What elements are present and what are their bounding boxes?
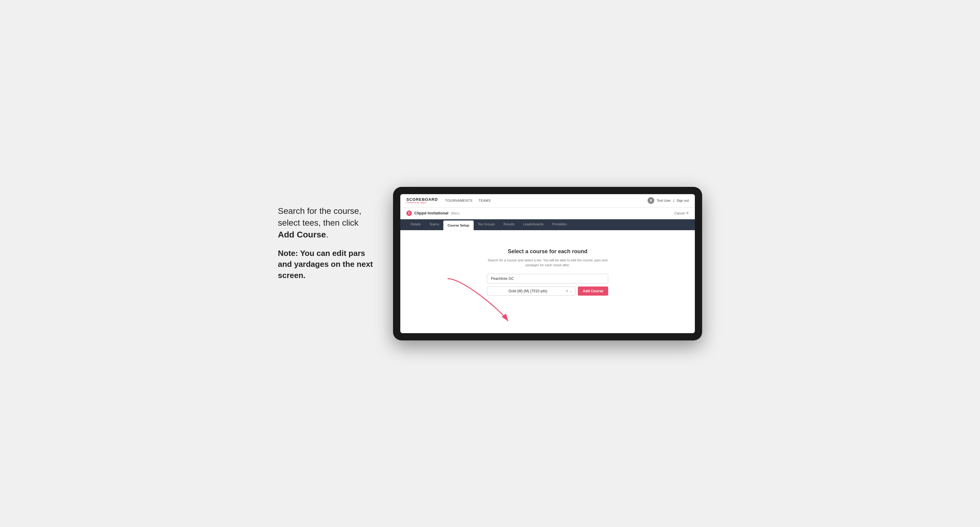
cancel-button[interactable]: Cancel ✕ — [675, 211, 689, 215]
tee-select-value: Gold (M) (M) (7010 yds) — [490, 289, 565, 293]
separator: | — [673, 199, 674, 202]
nav-tournaments[interactable]: TOURNAMENTS — [445, 199, 473, 202]
card-description: Search for a course and select a tee. Yo… — [487, 258, 608, 268]
tournament-gender: (Men) — [451, 211, 460, 215]
tab-teams[interactable]: Teams — [425, 219, 443, 230]
main-content: Select a course for each round Search fo… — [400, 230, 695, 333]
content-card: Select a course for each round Search fo… — [487, 248, 608, 295]
instructions-panel: Search for the course, select tees, then… — [278, 187, 375, 288]
navbar: SCOREBOARD Powered by clippd TOURNAMENTS… — [400, 194, 695, 208]
note-text: Note: You can edit pars and yardages on … — [278, 248, 375, 281]
course-search-input[interactable] — [487, 274, 608, 284]
user-name: Test User — [657, 199, 671, 202]
tournament-name: Clippd Invitational — [414, 211, 449, 215]
tee-dropdown-arrow: ⌄ — [570, 289, 572, 292]
search-input-wrapper — [487, 274, 608, 284]
nav-links: TOURNAMENTS TEAMS — [445, 199, 491, 202]
logo-sub: Powered by clippd — [406, 202, 438, 204]
add-course-button[interactable]: Add Course — [578, 287, 608, 295]
tab-results[interactable]: Results — [499, 219, 519, 230]
tab-bar: Details Teams Course Setup Tee Groups Re… — [400, 219, 695, 230]
tournament-header: C Clippd Invitational (Men) Cancel ✕ — [400, 208, 695, 219]
navbar-right: B Test User | Sign out — [648, 197, 689, 204]
instruction-text: Search for the course, select tees, then… — [278, 205, 375, 241]
page-wrapper: Search for the course, select tees, then… — [278, 187, 702, 340]
tablet-device: SCOREBOARD Powered by clippd TOURNAMENTS… — [393, 187, 702, 340]
tee-select-row: Gold (M) (M) (7010 yds) ✕ ⌄ Add Course — [487, 287, 608, 295]
sign-out-link[interactable]: Sign out — [677, 199, 689, 202]
tee-clear-button[interactable]: ✕ — [565, 289, 568, 293]
navbar-left: SCOREBOARD Powered by clippd TOURNAMENTS… — [406, 197, 491, 204]
logo-area: SCOREBOARD Powered by clippd — [406, 197, 438, 204]
clippd-logo: C — [406, 211, 412, 216]
tablet-screen: SCOREBOARD Powered by clippd TOURNAMENTS… — [400, 194, 695, 333]
cancel-icon: ✕ — [686, 211, 689, 215]
user-avatar: B — [648, 197, 654, 204]
logo-scoreboard: SCOREBOARD — [406, 197, 438, 202]
card-title: Select a course for each round — [487, 248, 608, 255]
tab-leaderboards[interactable]: Leaderboards — [519, 219, 548, 230]
nav-teams[interactable]: TEAMS — [479, 199, 491, 202]
tab-printables[interactable]: Printables — [548, 219, 571, 230]
tab-course-setup[interactable]: Course Setup — [443, 221, 474, 230]
tab-tee-groups[interactable]: Tee Groups — [474, 219, 500, 230]
tournament-title: C Clippd Invitational (Men) — [406, 211, 460, 216]
tee-select-container[interactable]: Gold (M) (M) (7010 yds) ✕ ⌄ — [487, 287, 576, 295]
cancel-label: Cancel — [675, 211, 685, 215]
tab-details[interactable]: Details — [406, 219, 425, 230]
